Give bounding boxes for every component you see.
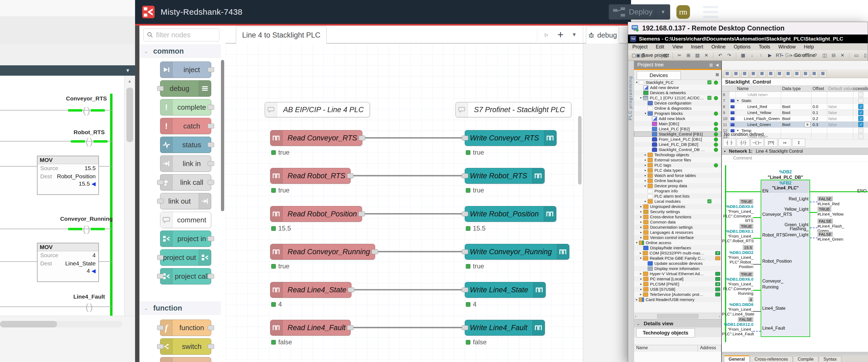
- tab-devices[interactable]: Devices: [637, 71, 681, 80]
- tree-item[interactable]: ▾ Online access ✓: [634, 240, 721, 245]
- pin-panel-icon[interactable]: ▥: [709, 63, 713, 67]
- table-row[interactable]: 10 Line4_Flash_Green Bool≣ 0.2 false: [722, 116, 868, 122]
- tree-item[interactable]: Display more information ✓: [634, 266, 721, 271]
- close-windows-icon[interactable]: ✕: [839, 52, 847, 59]
- tree-item[interactable]: ▸ PLCSIM [PN/IE] ✕ ✓: [634, 281, 721, 287]
- tree-item[interactable]: Main [OB1] ✓: [634, 121, 721, 126]
- tree-item[interactable]: ▸ Device proxy data ✓: [634, 183, 721, 188]
- mov-instruction-block[interactable]: MOV Source15.5 DestRobot_Position 15.5◀: [37, 156, 99, 195]
- plc-read-node[interactable]: Read Conveyor_RTS: [270, 130, 362, 146]
- accessible-checkbox[interactable]: [858, 128, 863, 133]
- menu-item[interactable]: Online: [711, 44, 725, 50]
- paste-icon[interactable]: ▧: [694, 52, 702, 59]
- tree-item[interactable]: ▸ Watch and force tables ✓: [634, 173, 721, 178]
- redo-icon[interactable]: ↷: [726, 52, 734, 59]
- chevron-down-icon[interactable]: ▼: [125, 68, 130, 74]
- menu-item[interactable]: Options: [734, 44, 751, 50]
- tree-expander-icon[interactable]: ▸: [643, 199, 648, 203]
- tree-item[interactable]: ▸ PLC tags ✓: [634, 163, 721, 168]
- deploy-options-caret-icon[interactable]: ▼: [656, 9, 670, 15]
- contact-no-icon[interactable]: ┤ ├: [723, 139, 736, 147]
- bottom-tab[interactable]: Cross-references: [750, 356, 793, 362]
- tree-expander-icon[interactable]: ▸: [643, 179, 648, 183]
- tree-item[interactable]: ▾ Stacklight_PLC ✓: [634, 80, 721, 85]
- tab-debug[interactable]: debug: [586, 26, 619, 44]
- tree-item[interactable]: ▸ Languages & resources ✓: [634, 230, 721, 235]
- tree-expander-icon[interactable]: ▸: [643, 174, 648, 177]
- output-operand[interactable]: FALSE #Line4_Green: [817, 232, 866, 242]
- upload-from-device-icon[interactable]: ↑: [758, 52, 766, 59]
- print-icon[interactable]: ▥: [662, 52, 670, 59]
- collapse-members-icon[interactable]: [811, 70, 818, 77]
- node-output-port[interactable]: [347, 173, 353, 178]
- input-operand[interactable]: 15.5 %DB1.DBD2 "From_Line4_PLC".Robot_Po…: [722, 245, 753, 269]
- download-values-icon[interactable]: [819, 70, 827, 77]
- toolbar-icon[interactable]: [713, 52, 715, 59]
- window-layout-icon[interactable]: ▭: [853, 52, 861, 59]
- tree-expander-icon[interactable]: ▸: [643, 163, 648, 167]
- tree-item[interactable]: ▸ TeleService [Automatic protoco... ✓: [634, 292, 721, 297]
- tree-item[interactable]: Line4_PLC [FB2] ✓: [634, 126, 721, 132]
- tree-expander-icon[interactable]: ▾: [639, 256, 643, 260]
- tab-technology-objects[interactable]: Technology objects: [636, 328, 695, 337]
- tree-expander-icon[interactable]: ▾: [634, 241, 639, 244]
- tree-expander-icon[interactable]: ▸: [639, 277, 643, 281]
- tree-item[interactable]: ▾ PLC_1 [CPU 1212C AC/DC/Rly] ✓: [634, 95, 721, 101]
- node-input-port[interactable]: [462, 287, 468, 292]
- open-branch-icon[interactable]: ↦: [778, 139, 792, 147]
- save-project-button[interactable]: ▣Save project: [649, 52, 656, 59]
- menu-item[interactable]: View: [672, 44, 683, 50]
- flow-menu-caret-icon[interactable]: ▾: [573, 31, 576, 38]
- close-branch-icon[interactable]: ↥: [792, 139, 805, 147]
- tree-item[interactable]: ▸ Local modules ✓: [634, 199, 721, 204]
- split-editor-vertical-icon[interactable]: ◫: [822, 52, 829, 59]
- palette-node[interactable]: switch: [160, 338, 211, 355]
- group-expander-icon[interactable]: ▾: [737, 99, 741, 102]
- tree-item[interactable]: ▸ USB [S7USB] ✓: [634, 287, 721, 292]
- undo-icon[interactable]: ↶: [717, 52, 725, 59]
- plc-write-node[interactable]: Write Line4_Fault: [465, 320, 545, 336]
- rslogix-ladder-editor[interactable]: Conveyor_RTS () ◀: [0, 76, 124, 316]
- tree-expander-icon[interactable]: ▸: [639, 236, 643, 239]
- menu-item[interactable]: Window: [778, 44, 796, 50]
- table-row[interactable]: 9 Line4_Yellow Bool≣ 0.1 false: [722, 110, 868, 116]
- user-avatar[interactable]: rm: [676, 5, 690, 19]
- tree-item[interactable]: ▸ Hyper-V Virtual Ethernet Adapter ✓: [634, 271, 721, 276]
- tree-item[interactable]: ▸ External source files ✓: [634, 157, 721, 163]
- plc-read-node[interactable]: Read Robot_Position: [270, 206, 362, 222]
- tree-expander-icon[interactable]: ▸: [639, 287, 643, 291]
- network-comment[interactable]: Comment: [722, 155, 868, 161]
- tree-horizontal-scrollbar[interactable]: ‹›: [634, 313, 721, 319]
- tree-item[interactable]: ▸ Version control interface ✓: [634, 235, 721, 240]
- plc-read-node[interactable]: Read Line4_Fault: [270, 320, 350, 336]
- toolbar-icon[interactable]: [849, 52, 851, 59]
- toolbar-icon[interactable]: [672, 52, 674, 59]
- add-flow-icon[interactable]: +: [557, 29, 563, 40]
- tree-item[interactable]: ▸ Card Reader/USB memory ✓: [634, 297, 721, 302]
- tree-item[interactable]: Line4_PLC_DB [DB2] ✓: [634, 142, 721, 147]
- tree-item[interactable]: ▸ PLC data types ✓: [634, 168, 721, 173]
- tree-item[interactable]: Devices & networks ✓: [634, 90, 721, 95]
- tree-item[interactable]: ▸ Security settings ✓: [634, 209, 721, 214]
- main-menu-icon[interactable]: [703, 6, 718, 18]
- coil-icon[interactable]: ─( )─: [751, 139, 764, 147]
- node-output-port[interactable]: [359, 212, 365, 216]
- output-operand[interactable]: TRUE #Line4_Yellow: [817, 206, 866, 216]
- accessible-checkbox[interactable]: [858, 92, 863, 97]
- tree-item[interactable]: ▸ Documentation settings ✓: [634, 225, 721, 230]
- tree-expander-icon[interactable]: ▸: [639, 210, 643, 214]
- node-output-port[interactable]: [359, 136, 365, 140]
- empty-box-icon[interactable]: |??|: [765, 139, 777, 147]
- plc-write-node[interactable]: Write Robot_Position: [465, 206, 556, 222]
- ladder-rung[interactable]: Conveyor_Running () ◀: [0, 76, 124, 316]
- tree-item[interactable]: PLC alarm text lists ✓: [634, 194, 721, 199]
- tree-item[interactable]: Stacklight_Control [FB1] ✓: [634, 132, 721, 137]
- plc-write-node[interactable]: Write Conveyor_RTS: [465, 130, 557, 146]
- comment-node[interactable]: S7 Profinet - Stacklight PLC: [456, 102, 571, 117]
- tree-item[interactable]: ▸ Ungrouped devices ✓: [634, 204, 721, 209]
- plc-write-node[interactable]: Write Line4_State: [465, 282, 546, 298]
- palette-scrollbar-thumb[interactable]: [221, 60, 224, 211]
- accessible-checkbox[interactable]: [858, 104, 863, 109]
- keep-values-icon[interactable]: [759, 70, 766, 77]
- tree-item[interactable]: Stacklight_Control_DB [... ✓: [634, 147, 721, 152]
